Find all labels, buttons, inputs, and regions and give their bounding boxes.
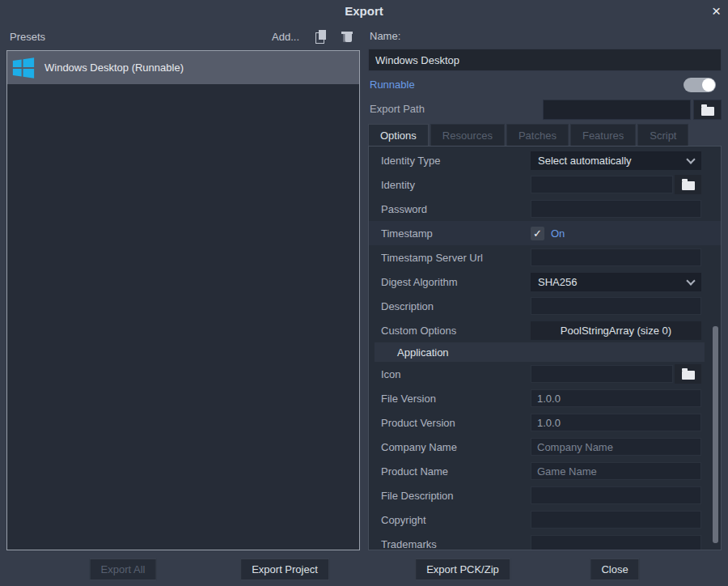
password-input[interactable] [531,200,701,218]
options-scrollbar [713,150,718,546]
runnable-link[interactable]: Runnable [370,79,415,91]
section-title: Application [397,346,449,359]
presets-header: Presets Add... [10,28,358,45]
export-path-label: Export Path [370,103,425,115]
export-pck-zip-button[interactable]: Export PCK/Zip [415,558,510,580]
chevron-down-icon [686,276,695,285]
tab-bar: Options Resources Patches Features Scrip… [368,124,690,146]
property-row-file-version: File Version [369,386,721,410]
folder-icon [682,371,695,380]
tab-patches[interactable]: Patches [506,124,569,146]
icon-input[interactable] [531,365,673,383]
identity-type-dropdown[interactable]: Select automatically [531,151,701,170]
property-label: Product Name [381,465,531,478]
duplicate-icon [315,30,327,43]
icon-browse-button[interactable] [675,364,701,384]
property-label: Identity [381,179,531,191]
property-row-identity-type: Identity Type Select automatically [369,148,721,172]
dialog-titlebar: Export [0,0,728,23]
trash-icon [341,30,353,43]
product-version-input[interactable] [531,414,701,431]
tab-script[interactable]: Script [637,124,688,146]
copyright-input[interactable] [531,511,701,529]
property-label: Description [381,300,531,312]
trademarks-input[interactable] [531,535,701,550]
description-input[interactable] [531,297,701,315]
custom-options-array-button[interactable]: PoolStringArray (size 0) [531,321,701,340]
presets-label: Presets [10,31,272,43]
timestamp-on-label: On [551,227,565,240]
file-description-input[interactable] [531,486,701,504]
property-row-description: Description [369,294,721,318]
property-row-timestamp: Timestamp ✓ On [369,221,721,245]
property-label: File Version [381,393,531,405]
close-icon[interactable]: × [712,1,721,22]
presets-list: Windows Desktop (Runnable) [6,50,360,550]
property-row-file-description: File Description [369,483,721,507]
property-row-company-name: Company Name [369,435,721,459]
tab-resources[interactable]: Resources [430,124,505,146]
name-input[interactable] [368,49,722,71]
preset-item-windows-desktop[interactable]: Windows Desktop (Runnable) [7,51,359,84]
property-label: Custom Options [381,325,531,337]
dropdown-value: Select automatically [538,155,632,167]
property-label: Copyright [381,514,531,526]
name-label: Name: [370,30,400,42]
digest-algorithm-dropdown[interactable]: SHA256 [531,273,701,291]
options-panel: Identity Type Select automatically Ident… [368,146,722,550]
scrollbar-thumb[interactable] [713,326,718,543]
close-button[interactable]: Close [590,558,639,580]
property-row-timestamp-server-url: Timestamp Server Url [369,245,721,270]
timestamp-server-url-input[interactable] [531,248,701,266]
product-name-input[interactable] [531,462,701,480]
add-preset-button[interactable]: Add... [272,31,299,43]
export-project-button[interactable]: Export Project [240,558,329,580]
property-label: Identity Type [381,155,531,167]
toggle-knob [702,79,715,91]
duplicate-preset-button[interactable] [315,30,327,43]
windows-logo-icon [11,56,36,80]
section-header-application: Application [375,342,705,362]
property-label: Product Version [381,417,531,429]
dropdown-value: SHA256 [538,276,577,288]
property-row-icon: Icon [369,362,721,386]
preset-item-label: Windows Desktop (Runnable) [44,62,184,74]
company-name-input[interactable] [531,438,701,456]
timestamp-checkbox[interactable]: ✓ [531,227,544,240]
property-row-custom-options: Custom Options PoolStringArray (size 0) [369,318,721,342]
tab-features[interactable]: Features [570,124,636,146]
chevron-down-icon [686,155,695,163]
delete-preset-button[interactable] [341,30,353,43]
property-row-identity: Identity [369,172,721,197]
property-label: Company Name [381,441,531,453]
property-row-product-version: Product Version [369,410,721,435]
property-label: File Description [381,490,531,502]
property-row-password: Password [369,197,721,221]
export-path-input[interactable] [543,100,691,120]
property-row-copyright: Copyright [369,507,721,532]
dialog-title: Export [345,4,383,18]
property-row-product-name: Product Name [369,459,721,483]
property-row-trademarks: Trademarks [369,532,721,550]
runnable-toggle[interactable] [684,78,716,92]
property-label: Timestamp [381,227,531,240]
identity-input[interactable] [531,176,673,193]
folder-icon [682,181,695,190]
property-label: Icon [381,368,531,380]
tab-options[interactable]: Options [368,124,429,146]
property-row-digest-algorithm: Digest Algorithm SHA256 [369,270,721,294]
property-label: Timestamp Server Url [381,252,531,264]
file-version-input[interactable] [531,389,701,407]
folder-icon [701,107,714,116]
export-all-button: Export All [90,558,157,580]
export-path-browse-button[interactable] [693,100,722,120]
identity-browse-button[interactable] [675,175,701,194]
property-label: Digest Algorithm [381,276,531,288]
property-label: Trademarks [381,538,531,550]
property-label: Password [381,203,531,215]
